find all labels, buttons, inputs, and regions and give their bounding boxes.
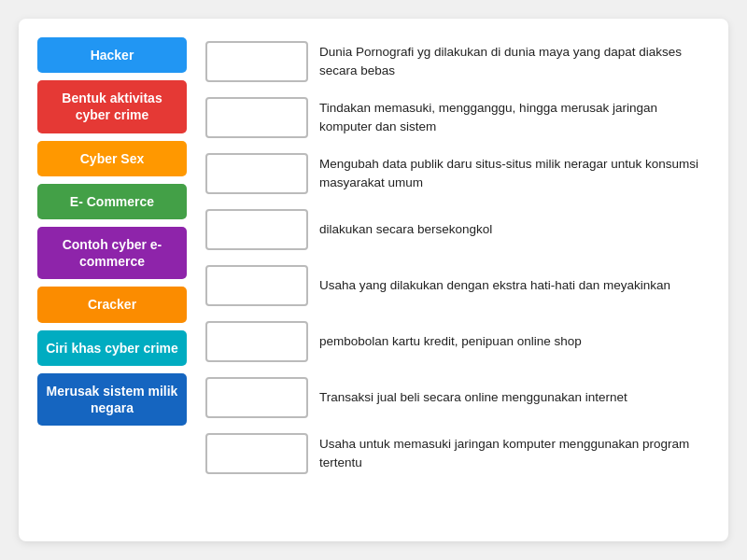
definition-text-3: dilakukan secara bersekongkol <box>319 220 710 239</box>
term-btn-cyber-sex[interactable]: Cyber Sex <box>37 141 187 176</box>
match-row-7: Usaha untuk memasuki jaringan komputer m… <box>205 429 710 478</box>
match-row-3: dilakukan secara bersekongkol <box>205 205 710 254</box>
match-row-4: Usaha yang dilakukan dengan ekstra hati-… <box>205 261 710 310</box>
drop-box-2[interactable] <box>205 153 308 194</box>
match-row-0: Dunia Pornografi yg dilakukan di dunia m… <box>205 37 710 86</box>
match-row-5: pembobolan kartu kredit, penipuan online… <box>205 317 710 366</box>
term-btn-cracker[interactable]: Cracker <box>37 287 187 322</box>
definition-text-0: Dunia Pornografi yg dilakukan di dunia m… <box>319 43 710 79</box>
definition-text-1: Tindakan memasuki, mengganggu, hingga me… <box>319 99 710 135</box>
match-row-2: Mengubah data publik daru situs-situs mi… <box>205 149 710 198</box>
drop-box-6[interactable] <box>205 377 308 418</box>
term-btn-hacker[interactable]: Hacker <box>37 37 187 73</box>
term-btn-bentuk-aktivitas[interactable]: Bentuk aktivitas cyber crime <box>37 80 187 133</box>
match-row-1: Tindakan memasuki, mengganggu, hingga me… <box>205 93 710 142</box>
definitions-column: Dunia Pornografi yg dilakukan di dunia m… <box>205 37 710 523</box>
definition-text-7: Usaha untuk memasuki jaringan komputer m… <box>319 435 710 471</box>
term-btn-ciri-khas[interactable]: Ciri khas cyber crime <box>37 330 187 366</box>
drop-box-5[interactable] <box>205 321 308 362</box>
term-btn-e-commerce[interactable]: E- Commerce <box>37 184 187 219</box>
main-container: HackerBentuk aktivitas cyber crimeCyber … <box>19 19 728 541</box>
definition-text-6: Transaksi jual beli secara online menggu… <box>319 388 710 407</box>
drop-box-1[interactable] <box>205 97 308 138</box>
term-btn-contoh-cyber-ecommerce[interactable]: Contoh cyber e-commerce <box>37 227 187 279</box>
drop-box-4[interactable] <box>205 265 308 306</box>
drop-box-3[interactable] <box>205 209 308 250</box>
terms-column: HackerBentuk aktivitas cyber crimeCyber … <box>37 37 187 523</box>
term-btn-merusak-sistem[interactable]: Merusak sistem milik negara <box>37 373 187 426</box>
drop-box-7[interactable] <box>205 433 308 474</box>
definition-text-5: pembobolan kartu kredit, penipuan online… <box>319 332 710 351</box>
match-row-6: Transaksi jual beli secara online menggu… <box>205 373 710 422</box>
drop-box-0[interactable] <box>205 41 308 82</box>
definition-text-2: Mengubah data publik daru situs-situs mi… <box>319 155 710 191</box>
definition-text-4: Usaha yang dilakukan dengan ekstra hati-… <box>319 276 710 295</box>
